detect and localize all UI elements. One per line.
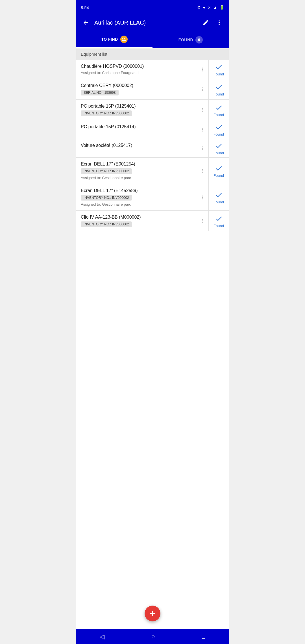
found-check-icon xyxy=(214,82,223,92)
found-check-icon xyxy=(214,62,223,71)
item-title: Ecran DELL 17" (E1452589) xyxy=(81,188,195,193)
found-button[interactable]: Found xyxy=(208,211,229,231)
section-header: Equipment list xyxy=(76,48,229,60)
equipment-list: Chaudière HOSPVD (0000001) Assigned to: … xyxy=(76,60,229,629)
found-button[interactable]: Found xyxy=(208,79,229,99)
item-title: Clio IV AA-123-BB (M000002) xyxy=(81,215,195,220)
tab-bar: TO FIND 11 FOUND 0 xyxy=(76,32,229,48)
item-subtitle: Assigned to: Christophe Fourgeaud xyxy=(81,71,195,75)
found-check-icon xyxy=(214,190,223,199)
found-check-icon xyxy=(214,123,223,132)
item-tag: INVENTORY NO.: INV000002 xyxy=(81,110,132,116)
found-label: Found xyxy=(213,72,224,76)
more-options-button[interactable] xyxy=(197,100,208,120)
battery-icon: 🔋 xyxy=(219,5,224,10)
item-subtitle: Assigned to: Gestionnaire parc xyxy=(81,176,195,180)
more-options-button[interactable] xyxy=(197,211,208,231)
tab-to-find-label: TO FIND xyxy=(101,37,118,42)
list-item: PC portable 15P (0125401) INVENTORY NO.:… xyxy=(76,100,229,120)
found-label: Found xyxy=(213,113,224,117)
found-label: Found xyxy=(213,224,224,228)
item-content: PC portable 15P (0125401) INVENTORY NO.:… xyxy=(76,100,197,120)
more-options-button[interactable] xyxy=(197,139,208,157)
found-label: Found xyxy=(213,200,224,204)
list-item: Ecran DELL 17" (E1452589) INVENTORY NO.:… xyxy=(76,184,229,211)
found-label: Found xyxy=(213,92,224,96)
more-options-button[interactable] xyxy=(197,158,208,184)
item-content: Chaudière HOSPVD (0000001) Assigned to: … xyxy=(76,60,197,79)
app-bar: Aurillac (AURILLAC) xyxy=(76,14,229,32)
tab-found[interactable]: FOUND 0 xyxy=(152,32,229,47)
found-label: Found xyxy=(213,132,224,136)
list-item: PC portable 15P (0125414) Found xyxy=(76,120,229,139)
item-content: Ecran DELL 17" (E001254) INVENTORY NO.: … xyxy=(76,158,197,184)
item-title: PC portable 15P (0125401) xyxy=(81,104,195,109)
dot-icon: ● xyxy=(203,5,205,10)
tab-to-find-badge: 11 xyxy=(120,36,128,43)
list-item: Clio IV AA-123-BB (M000002) INVENTORY NO… xyxy=(76,211,229,231)
more-options-button[interactable] xyxy=(197,184,208,210)
item-subtitle: Assigned to: Gestionnaire parc xyxy=(81,202,195,206)
tab-to-find[interactable]: TO FIND 11 xyxy=(76,32,152,48)
status-icons: ⚙ ● ⨯ ▲ 🔋 xyxy=(197,5,224,10)
signal-icon: ▲ xyxy=(213,5,217,10)
edit-button[interactable] xyxy=(201,18,211,28)
found-button[interactable]: Found xyxy=(208,158,229,184)
settings-icon: ⚙ xyxy=(197,5,201,10)
found-button[interactable]: Found xyxy=(208,120,229,139)
app-bar-title: Aurillac (AURILLAC) xyxy=(94,19,197,26)
bottom-nav: ◁ ○ □ xyxy=(76,629,229,644)
nav-home-button[interactable]: ○ xyxy=(145,632,160,641)
item-content: Ecran DELL 17" (E1452589) INVENTORY NO.:… xyxy=(76,184,197,210)
back-button[interactable] xyxy=(81,18,91,28)
found-check-icon xyxy=(214,141,223,150)
item-title: Voiture société (0125417) xyxy=(81,143,195,148)
nav-back-button[interactable]: ◁ xyxy=(94,632,110,641)
item-content: Clio IV AA-123-BB (M000002) INVENTORY NO… xyxy=(76,211,197,231)
more-options-button[interactable] xyxy=(197,120,208,139)
more-options-button[interactable] xyxy=(197,79,208,99)
item-content: Voiture société (0125417) xyxy=(76,139,197,157)
found-button[interactable]: Found xyxy=(208,139,229,157)
item-title: PC portable 15P (0125414) xyxy=(81,124,195,129)
item-tag: INVENTORY NO.: INV000002 xyxy=(81,221,132,227)
item-content: PC portable 15P (0125414) xyxy=(76,120,197,139)
found-label: Found xyxy=(213,151,224,155)
more-options-button[interactable] xyxy=(197,60,208,79)
item-tag: INVENTORY NO.: INV000002 xyxy=(81,168,132,174)
found-button[interactable]: Found xyxy=(208,184,229,210)
item-title: Chaudière HOSPVD (0000001) xyxy=(81,64,195,69)
found-button[interactable]: Found xyxy=(208,100,229,120)
list-item: Ecran DELL 17" (E001254) INVENTORY NO.: … xyxy=(76,158,229,184)
list-item: Voiture société (0125417) Found xyxy=(76,139,229,158)
found-check-icon xyxy=(214,214,223,223)
nav-recents-button[interactable]: □ xyxy=(196,632,211,641)
add-fab-button[interactable] xyxy=(145,606,160,621)
tab-found-label: FOUND xyxy=(178,38,193,42)
found-check-icon xyxy=(214,103,223,112)
item-tag: INVENTORY NO.: INV000002 xyxy=(81,195,132,201)
item-title: Ecran DELL 17" (E001254) xyxy=(81,162,195,167)
item-tag: SERIAL NO.: 158698 xyxy=(81,90,119,95)
list-item: Centrale CERY (0000002) SERIAL NO.: 1586… xyxy=(76,79,229,100)
found-label: Found xyxy=(213,173,224,178)
item-title: Centrale CERY (0000002) xyxy=(81,83,195,88)
status-time: 8:54 xyxy=(81,5,89,10)
found-button[interactable]: Found xyxy=(208,60,229,79)
list-item: Chaudière HOSPVD (0000001) Assigned to: … xyxy=(76,60,229,79)
item-content: Centrale CERY (0000002) SERIAL NO.: 1586… xyxy=(76,79,197,99)
more-button[interactable] xyxy=(214,18,224,28)
status-bar: 8:54 ⚙ ● ⨯ ▲ 🔋 xyxy=(76,0,229,14)
tab-found-badge: 0 xyxy=(195,36,203,43)
wifi-icon: ⨯ xyxy=(208,5,211,10)
found-check-icon xyxy=(214,164,223,173)
